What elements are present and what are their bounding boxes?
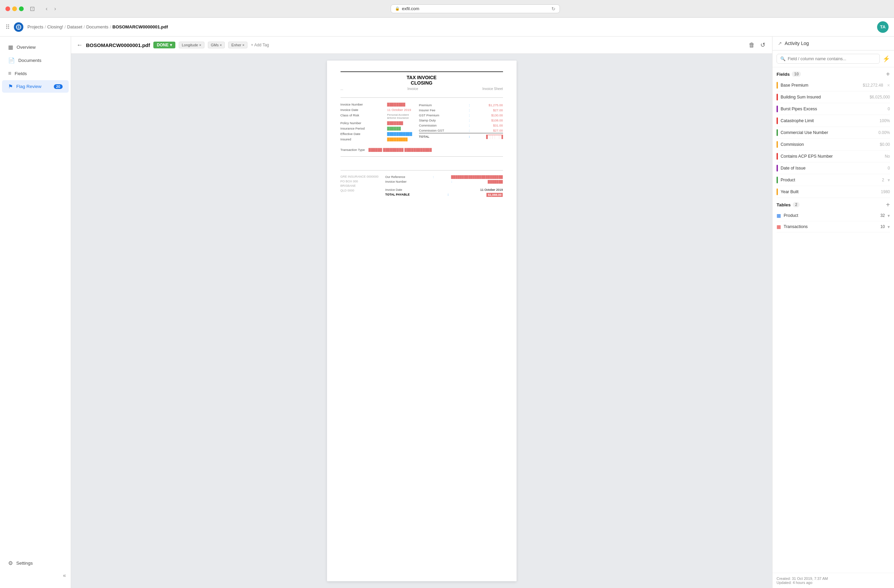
sidebar-item-flag-review[interactable]: ⚑ Flag Review 20: [2, 80, 69, 93]
field-value-catastrophe-limit: 100%: [879, 118, 890, 123]
product-table-expand-button[interactable]: ▾: [888, 213, 890, 218]
toolbar-right: 🗑 ↺: [748, 40, 767, 50]
tables-section-header: Tables 2 +: [776, 198, 890, 210]
field-row-base-premium: Base Premium $12,272.48 ×: [776, 80, 890, 91]
field-color-commission: [776, 141, 778, 148]
table-transactions-icon: ▦: [776, 224, 781, 229]
filter-button[interactable]: ⚡: [882, 55, 890, 63]
row-commission-gst: Commission GST : $27.00: [419, 128, 503, 133]
breadcrumb-closing[interactable]: Closing!: [47, 24, 63, 29]
field-row-contains-acp: Contains ACP EPS Number No: [776, 151, 890, 162]
sidebar-item-settings[interactable]: ⚙ Settings: [2, 557, 69, 569]
field-row-commission: Commission $0.00: [776, 139, 890, 151]
doc-title-line2: CLOSING: [341, 80, 503, 86]
doc-ref-section: Our Reference : ████████████████████████…: [385, 175, 503, 198]
fullscreen-traffic-light[interactable]: [19, 6, 24, 11]
field-color-catastrophe: [776, 118, 778, 124]
breadcrumb: Projects / Closing! / Dataset / Document…: [27, 24, 168, 29]
sidebar-label-documents: Documents: [18, 58, 41, 63]
breadcrumb-documents[interactable]: Documents: [86, 24, 109, 29]
add-table-button[interactable]: +: [886, 201, 890, 208]
done-label: DONE: [157, 43, 169, 47]
doc-meta-left: ...: [341, 87, 343, 90]
field-row-product: Product 2 ▾: [776, 174, 890, 186]
add-field-button[interactable]: +: [886, 71, 890, 77]
table-row-transactions[interactable]: ▦ Transactions 10 ▾: [776, 221, 890, 232]
sidebar-item-fields[interactable]: ≡ Fields: [2, 67, 69, 80]
doc-title-line1: TAX INVOICE: [341, 75, 503, 80]
ssl-lock-icon: 🔒: [395, 6, 400, 11]
insurer-fee-label: Insurer Fee: [419, 108, 453, 112]
grid-menu-icon[interactable]: ⠿: [5, 23, 10, 31]
doc-left-col: Invoice Number ████████ Invoice Date 11 …: [341, 103, 412, 145]
add-tag-button[interactable]: + Add Tag: [251, 43, 269, 47]
delete-button[interactable]: 🗑: [748, 40, 756, 50]
collapse-icon: «: [63, 573, 66, 579]
tables-count: 2: [793, 202, 800, 207]
addr-line4: QLD 0000: [341, 188, 379, 193]
browser-nav-controls: ‹ ›: [44, 5, 58, 12]
doc-top-line: [341, 71, 503, 72]
premium-label: Premium: [419, 103, 453, 107]
addr-line3: BRISBANE: [341, 184, 379, 188]
field-name-burst-pipes-excess: Burst Pipes Excess: [781, 107, 885, 111]
tables-title: Tables 2: [776, 202, 800, 207]
transactions-table-expand-button[interactable]: ▾: [888, 224, 890, 229]
ref-invoice-sep: :: [451, 180, 452, 183]
url-text: exfil.com: [402, 6, 419, 11]
field-value-building-sum-insured: $6,025,000: [870, 95, 890, 100]
product-expand-button[interactable]: ▾: [888, 177, 890, 183]
table-transactions-name: Transactions: [784, 224, 878, 229]
tag-gms[interactable]: GMs ×: [208, 42, 225, 48]
breadcrumb-dataset[interactable]: Dataset: [67, 24, 82, 29]
field-value-commercial-use-number: 0.00%: [879, 130, 890, 135]
total-payable-label: TOTAL PAYABLE: [385, 193, 409, 197]
sidebar-bottom: ⚙ Settings «: [0, 556, 71, 584]
avatar[interactable]: TA: [877, 21, 889, 33]
row-premium: Premium : $1,275.00: [419, 103, 503, 108]
activity-log-header[interactable]: ↗ Activity Log: [772, 36, 894, 50]
back-button[interactable]: ←: [77, 42, 83, 49]
doc-right-table: Premium : $1,275.00 Insurer Fee : $27.00…: [419, 103, 503, 140]
field-search-box[interactable]: 🔍: [776, 54, 880, 63]
field-value-burst-pipes-excess: 0: [888, 107, 890, 111]
sidebar-collapse-button[interactable]: «: [0, 570, 71, 581]
url-bar[interactable]: 🔒 exfil.com ↻: [391, 5, 560, 13]
close-traffic-light[interactable]: [5, 6, 10, 11]
gst-premium-label: GST Premium: [419, 113, 453, 117]
breadcrumb-file: BOSOMARCW0000001.pdf: [112, 24, 168, 29]
app-logo: [14, 22, 23, 32]
field-search-input[interactable]: [788, 56, 876, 61]
fields-section-header: Fields 10 +: [776, 67, 890, 80]
field-name-commission: Commission: [781, 142, 877, 147]
field-row-date-of-issue: Date of Issue 0: [776, 162, 890, 174]
forward-button[interactable]: ›: [52, 5, 58, 12]
minimize-traffic-light[interactable]: [12, 6, 17, 11]
reload-button[interactable]: ↻: [551, 6, 556, 12]
back-button[interactable]: ‹: [44, 5, 50, 12]
table-row-product[interactable]: ▦ Product 32 ▾: [776, 210, 890, 221]
doc-content[interactable]: TAX INVOICE CLOSING ... Invoice Invoice …: [71, 54, 772, 588]
sidebar-label-fields: Fields: [15, 71, 27, 76]
sidebar-item-overview[interactable]: ▦ Overview: [2, 41, 69, 53]
ref-row-invoice-number: Invoice Number : ███████: [385, 179, 503, 184]
insured-label: Insured: [341, 137, 385, 141]
row-commission: Commission : $31.00: [419, 123, 503, 128]
traffic-lights: [5, 6, 24, 11]
sidebar-item-documents[interactable]: 📄 Documents: [2, 54, 69, 67]
field-name-contains-acp-eps: Contains ACP EPS Number: [781, 154, 882, 159]
invoice-date-label: Invoice Date: [341, 108, 385, 112]
policy-number-label: Policy Number: [341, 121, 385, 125]
field-value-commission: $0.00: [880, 142, 890, 147]
status-done-button[interactable]: DONE ▾: [153, 42, 175, 48]
row-total: TOTAL : ██████: [419, 133, 503, 140]
field-name-base-premium: Base Premium: [781, 83, 860, 87]
field-close-base-premium[interactable]: ×: [887, 83, 890, 88]
tag-enher[interactable]: Enher ×: [228, 42, 248, 48]
doc-meta-right: Invoice Sheet: [482, 87, 503, 90]
refresh-button[interactable]: ↺: [759, 40, 767, 50]
tag-longitude[interactable]: Longitude ×: [179, 42, 204, 48]
field-color-product: [776, 176, 778, 183]
sidebar-toggle-button[interactable]: ⊡: [28, 5, 37, 13]
breadcrumb-projects[interactable]: Projects: [27, 24, 43, 29]
